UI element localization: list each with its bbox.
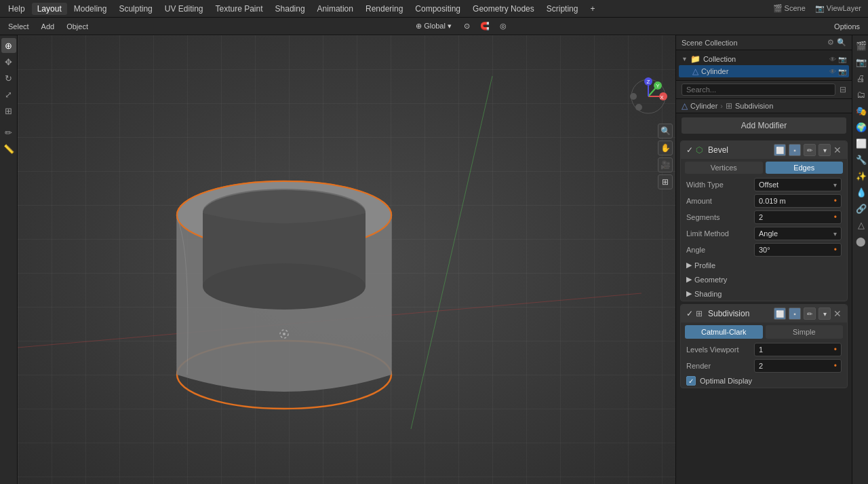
bevel-edit-btn[interactable]: ✏: [804, 144, 816, 156]
cylinder-object[interactable]: [163, 110, 408, 422]
toolbar-add[interactable]: Add: [37, 21, 59, 32]
pivot-btn[interactable]: ⊙: [460, 20, 474, 32]
icon-scene[interactable]: 🎭: [854, 103, 869, 118]
bevel-tabs: Vertices Edges: [681, 159, 847, 176]
tool-grid-view[interactable]: ⊞: [658, 174, 673, 189]
menu-layout[interactable]: Layout: [32, 3, 67, 15]
icon-world[interactable]: 🌍: [854, 119, 869, 134]
amount-value[interactable]: 0.019 m •: [754, 194, 842, 208]
options-btn[interactable]: Options: [830, 21, 864, 32]
transform-global[interactable]: ⊕ Global ▾: [412, 20, 456, 32]
levels-viewport-value[interactable]: 1 •: [754, 343, 842, 356]
breadcrumb-subdivision[interactable]: Subdivision: [735, 102, 773, 110]
tool-zoom[interactable]: 🔍: [658, 124, 673, 138]
bevel-close-btn[interactable]: ✕: [833, 145, 842, 155]
icon-scene-data[interactable]: 🎬: [854, 38, 869, 53]
bevel-realtime-btn[interactable]: ⬜: [774, 144, 786, 156]
toolbar-object[interactable]: Object: [62, 21, 92, 32]
width-type-value[interactable]: Offset ▾: [754, 178, 842, 191]
menu-compositing[interactable]: Compositing: [410, 3, 466, 15]
col-vis-icon[interactable]: 👁: [829, 56, 836, 63]
menu-shading[interactable]: Shading: [270, 3, 311, 15]
toolbar-select[interactable]: Select: [4, 21, 33, 32]
icon-view-layer[interactable]: 🗂: [854, 87, 869, 102]
bevel-tab-edges[interactable]: Edges: [766, 162, 844, 174]
tool-move[interactable]: ✥: [1, 54, 16, 69]
tool-camera[interactable]: 🎥: [658, 157, 673, 172]
subdiv-render-btn[interactable]: ▪: [789, 308, 801, 320]
viewport-gizmo[interactable]: X Y Z: [628, 76, 669, 117]
breadcrumb-cylinder[interactable]: Cylinder: [690, 102, 717, 110]
subdiv-tab-simple[interactable]: Simple: [766, 325, 844, 339]
tool-cursor[interactable]: ⊕: [1, 38, 16, 53]
bevel-type-icon: ⬡: [696, 145, 703, 155]
menu-sculpting[interactable]: Sculpting: [113, 3, 157, 15]
tree-item-collection[interactable]: ▼ 📁 Collection 👁 📷: [679, 53, 849, 65]
optimal-display-checkbox[interactable]: ✓: [686, 376, 696, 386]
outliner-search-icon[interactable]: 🔍: [837, 38, 846, 47]
shading-section[interactable]: ▶ Shading: [681, 286, 847, 301]
outliner-section: Scene Collection ⚙ 🔍 ▼ 📁 Collection 👁: [676, 35, 852, 81]
angle-value[interactable]: 30° •: [754, 243, 842, 257]
bevel-toggle-icon[interactable]: ✓: [686, 145, 693, 155]
subdiv-toggle-icon[interactable]: ✓: [686, 309, 693, 318]
filter-icon[interactable]: ⚙: [827, 38, 834, 47]
snap-btn[interactable]: 🧲: [476, 20, 494, 32]
menu-geometry-nodes[interactable]: Geometry Nodes: [467, 3, 540, 15]
profile-arrow: ▶: [686, 261, 692, 269]
tree-item-cylinder[interactable]: △ Cylinder 👁 📷: [679, 65, 849, 77]
subdiv-tab-catmull[interactable]: Catmull-Clark: [685, 325, 763, 339]
menu-plus[interactable]: +: [585, 3, 600, 15]
icon-object[interactable]: ⬜: [854, 136, 869, 151]
subdiv-realtime-btn[interactable]: ⬜: [774, 308, 786, 320]
tool-measure[interactable]: 📏: [1, 141, 16, 156]
tool-scale[interactable]: ⤢: [1, 87, 16, 102]
icon-data[interactable]: △: [854, 217, 869, 232]
scene-selector[interactable]: 🎬 Scene: [769, 4, 810, 13]
icon-particles[interactable]: ✨: [854, 168, 869, 183]
segments-value[interactable]: 2 •: [754, 210, 842, 224]
viewlayer-selector[interactable]: 📷 ViewLayer: [811, 4, 865, 13]
tool-transform[interactable]: ⊞: [1, 103, 16, 118]
tool-annotate[interactable]: ✏: [1, 125, 16, 140]
icon-constraints[interactable]: 🔗: [854, 201, 869, 216]
icon-render[interactable]: 📷: [854, 54, 869, 69]
collection-icon: 📁: [690, 54, 701, 64]
tool-rotate[interactable]: ↻: [1, 71, 16, 86]
subdiv-close-btn[interactable]: ✕: [833, 308, 842, 319]
subdiv-dropdown-btn[interactable]: ▾: [818, 308, 831, 320]
menu-uv-editing[interactable]: UV Editing: [159, 3, 209, 15]
limit-method-value[interactable]: Angle ▾: [754, 227, 842, 240]
menu-animation[interactable]: Animation: [312, 3, 359, 15]
icon-modifier[interactable]: 🔧: [854, 152, 869, 167]
bevel-tab-vertices[interactable]: Vertices: [685, 162, 763, 174]
menu-rendering[interactable]: Rendering: [360, 3, 408, 15]
tree-arrow-collection: ▼: [682, 56, 688, 62]
viewport-right-tools: 🔍 ✋ 🎥 ⊞: [658, 124, 673, 189]
tool-hand[interactable]: ✋: [658, 141, 673, 155]
properties-filter-icon[interactable]: ⊟: [840, 85, 846, 94]
menu-help[interactable]: Help: [3, 3, 31, 15]
cyl-render-icon[interactable]: 📷: [838, 68, 846, 75]
icon-physics[interactable]: 💧: [854, 185, 869, 200]
menu-texture-paint[interactable]: Texture Paint: [210, 3, 269, 15]
prop-render: Render 2 •: [681, 358, 847, 374]
add-modifier-button[interactable]: Add Modifier: [682, 117, 846, 134]
subdivision-modifier-header[interactable]: ✓ ⊞ Subdivision ⬜ ▪ ✏ ▾ ✕: [681, 305, 847, 322]
icon-material[interactable]: ⬤: [854, 234, 869, 248]
viewport-3d[interactable]: X Y Z 🔍 ✋ 🎥 ⊞: [18, 35, 675, 484]
bevel-render-btn[interactable]: ▪: [789, 144, 801, 156]
properties-search-input[interactable]: [682, 83, 835, 96]
profile-section[interactable]: ▶ Profile: [681, 258, 847, 272]
menu-scripting[interactable]: Scripting: [541, 3, 584, 15]
geometry-section[interactable]: ▶ Geometry: [681, 272, 847, 286]
render-value[interactable]: 2 •: [754, 359, 842, 373]
icon-output[interactable]: 🖨: [854, 71, 869, 86]
bevel-dropdown-btn[interactable]: ▾: [818, 144, 831, 156]
bevel-modifier-header[interactable]: ✓ ⬡ Bevel ⬜ ▪ ✏ ▾ ✕: [681, 141, 847, 159]
col-render-icon[interactable]: 📷: [838, 56, 846, 63]
proportional-btn[interactable]: ◎: [496, 20, 511, 32]
subdiv-edit-btn[interactable]: ✏: [804, 308, 816, 320]
menu-modeling[interactable]: Modeling: [68, 3, 113, 15]
cyl-vis-icon[interactable]: 👁: [829, 68, 836, 75]
